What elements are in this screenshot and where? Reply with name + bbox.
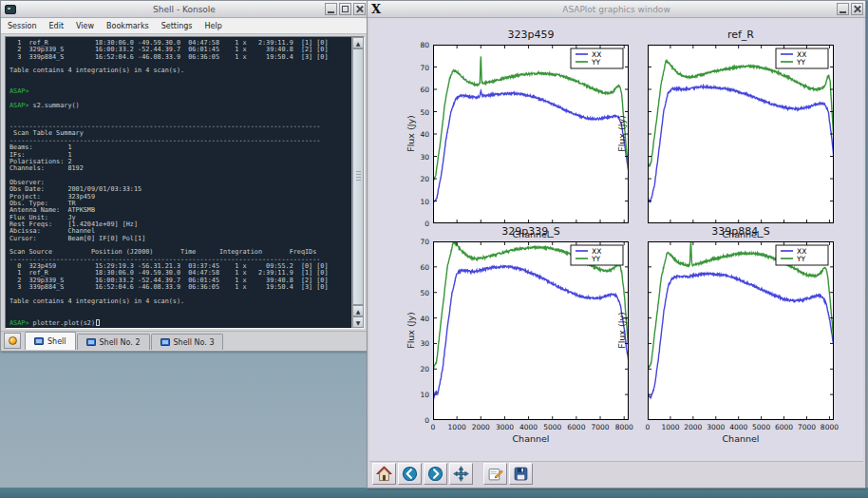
- terminal-line: Cursor: Beam[0] IF[0] Pol[1]: [9, 236, 351, 242]
- close-button[interactable]: [353, 3, 366, 15]
- plot-canvas[interactable]: XXYYChannel323p459Flux (Jy)0102030405060…: [369, 18, 863, 461]
- scroll-down-icon[interactable]: ▼: [352, 316, 364, 328]
- menu-session[interactable]: Session: [8, 22, 37, 30]
- y-tick-label: 50: [412, 108, 429, 117]
- y-axis-label: Flux (Jy): [406, 288, 416, 374]
- asap-prompt: ASAP>: [9, 319, 28, 327]
- x-axis-label: Channel: [648, 433, 834, 444]
- terminal-line: ASAP> plotter.plot(s2): [9, 319, 351, 327]
- plot-title: 339p884_S: [648, 225, 834, 238]
- svg-text:YY: YY: [591, 58, 601, 67]
- desktop-bottom-strip: [0, 488, 868, 498]
- x-tick-label: 8000: [815, 423, 843, 431]
- shell-tab-icon: [86, 338, 96, 346]
- menu-edit[interactable]: Edit: [49, 22, 65, 30]
- scroll-up2-icon[interactable]: ▲: [352, 305, 364, 316]
- svg-text:YY: YY: [796, 255, 806, 263]
- zoom-to-rect-icon: [487, 466, 503, 482]
- terminal-line: Table contains 4 integration(s) in 4 sca…: [9, 298, 351, 305]
- terminal-cursor: [96, 319, 100, 326]
- subplot-339p884_S: XXYY: [648, 241, 834, 420]
- terminal-line: Table contains 4 integration(s) in 4 sca…: [9, 67, 351, 74]
- svg-text:YY: YY: [796, 58, 806, 67]
- forward-button[interactable]: [424, 463, 447, 485]
- tab-shell-3-label: Shell No. 3: [174, 338, 215, 347]
- maximize-icon: [342, 6, 349, 12]
- terminal-line: ASAP> s2.summary(): [9, 103, 351, 109]
- axes-background: [648, 241, 834, 420]
- plot-title: 329p339_S: [433, 225, 629, 238]
- menu-bookmarks[interactable]: Bookmarks: [106, 22, 149, 30]
- y-tick-label: 10: [412, 391, 429, 399]
- y-tick-label: 60: [412, 263, 429, 272]
- terminal-line: [9, 75, 351, 82]
- menu-settings[interactable]: Settings: [161, 22, 193, 30]
- terminal-line: [9, 305, 351, 312]
- legend: XXYY: [776, 48, 828, 68]
- back-arrow-icon: [402, 466, 418, 482]
- plot-title: 323p459: [433, 29, 629, 41]
- y-axis-label: Flux (Jy): [616, 91, 627, 177]
- asaplot-titlebar[interactable]: X ASAPlot graphics window: [368, 1, 865, 18]
- asaplot-window: X ASAPlot graphics window XXYYChannel323…: [367, 0, 866, 488]
- terminal-line: [9, 82, 351, 88]
- close-icon: [853, 5, 861, 13]
- minimize-icon: [840, 11, 846, 13]
- tab-shell-3[interactable]: Shell No. 3: [151, 334, 224, 350]
- tab-shell[interactable]: Shell: [25, 332, 76, 350]
- terminal-line: [9, 173, 351, 180]
- home-icon: [376, 466, 392, 482]
- y-tick-label: 40: [412, 130, 429, 139]
- pan-arrows-icon: [453, 466, 469, 482]
- legend: XXYY: [571, 48, 623, 68]
- menu-help[interactable]: Help: [205, 22, 222, 30]
- tab-shell-2[interactable]: Shell No. 2: [77, 334, 150, 350]
- shell-tab-icon: [160, 338, 170, 346]
- tab-shell-label: Shell: [47, 337, 66, 346]
- konsole-window: Shell - Konsole Session Edit View Bookma…: [0, 0, 368, 352]
- plot-title: ref_R: [648, 29, 834, 41]
- pan-button[interactable]: [449, 463, 473, 485]
- scroll-up-icon[interactable]: ▲: [352, 37, 364, 48]
- legend: XXYY: [571, 245, 623, 265]
- svg-text:YY: YY: [591, 255, 601, 263]
- close-icon: [355, 5, 364, 13]
- terminal-area[interactable]: 1 ref_R 18:30:06.0 -49.59.30.0 04:47:58 …: [5, 36, 365, 329]
- x-axis-label: Channel: [433, 433, 629, 444]
- y-tick-label: 20: [412, 365, 429, 374]
- subplot-323p459: XXYY: [433, 45, 629, 223]
- subplot-329p339_S: XXYY: [433, 241, 629, 420]
- konsole-tabbar: Shell Shell No. 2 Shell No. 3: [1, 331, 368, 350]
- minimize-button[interactable]: [325, 3, 337, 15]
- y-tick-label: 20: [412, 175, 429, 183]
- konsole-titlebar[interactable]: Shell - Konsole: [1, 1, 368, 18]
- terminal-line: ASAP>: [9, 88, 351, 95]
- konsole-menubar: Session Edit View Bookmarks Settings Hel…: [1, 18, 368, 34]
- close-button[interactable]: [851, 3, 863, 15]
- konsole-window-title: Shell - Konsole: [1, 5, 368, 14]
- y-tick-label: 50: [412, 289, 429, 297]
- new-session-icon: [9, 336, 17, 345]
- terminal-line: 3 339p884_S 16:52:04.6 -46.08.33.9 06:36…: [9, 284, 351, 291]
- zoom-to-rect-button[interactable]: [483, 463, 507, 485]
- terminal-line: [9, 109, 351, 116]
- terminal-output[interactable]: 1 ref_R 18:30:06.0 -49.59.30.0 04:47:58 …: [6, 37, 351, 328]
- new-session-button[interactable]: [4, 333, 21, 349]
- y-tick-label: 40: [412, 315, 429, 323]
- menu-view[interactable]: View: [76, 22, 94, 30]
- maximize-button[interactable]: [339, 3, 351, 15]
- save-button[interactable]: [509, 463, 533, 485]
- scrollbar-thumb[interactable]: [352, 48, 364, 305]
- y-tick-label: 80: [412, 41, 429, 49]
- home-button[interactable]: [372, 463, 396, 485]
- screen: Shell - Konsole Session Edit View Bookma…: [0, 0, 868, 498]
- y-tick-label: 0: [412, 220, 429, 228]
- y-tick-label: 70: [412, 64, 429, 72]
- save-floppy-icon: [513, 466, 529, 482]
- y-tick-label: 30: [412, 153, 429, 162]
- subplot-ref_R: XXYY: [648, 45, 834, 223]
- shell-tab-icon: [34, 337, 44, 345]
- minimize-button[interactable]: [837, 3, 849, 15]
- terminal-scrollbar[interactable]: ▲ ▲ ▼: [351, 37, 364, 328]
- back-button[interactable]: [398, 463, 422, 485]
